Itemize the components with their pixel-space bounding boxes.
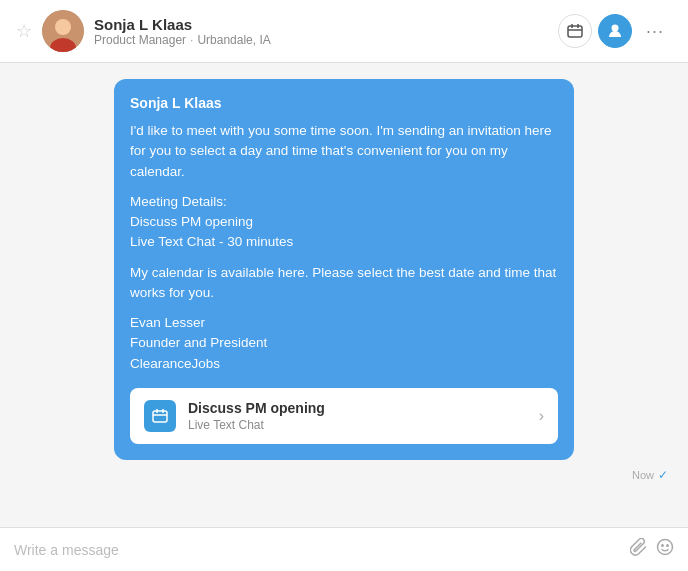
header-info: Sonja L Klaas Product Manager · Urbandal… (94, 16, 558, 47)
message-bubble: Sonja L Klaas I'd like to meet with you … (114, 79, 574, 460)
meeting-card-title: Discuss PM opening (188, 400, 539, 416)
svg-rect-8 (153, 411, 167, 422)
meeting-detail-line2: Live Text Chat - 30 minutes (130, 234, 293, 249)
attachment-icon[interactable] (630, 538, 648, 561)
person-icon (607, 23, 623, 39)
chat-area[interactable]: Sonja L Klaas I'd like to meet with you … (0, 63, 688, 527)
svg-point-1 (55, 19, 71, 35)
message-body: I'd like to meet with you some time soon… (130, 121, 558, 374)
meeting-card[interactable]: Discuss PM opening Live Text Chat › (130, 388, 558, 444)
message-para2: Meeting Details: Discuss PM opening Live… (130, 192, 558, 253)
dot-separator: · (190, 33, 193, 47)
timestamp-label: Now (632, 469, 654, 481)
input-actions (630, 538, 674, 561)
message-input[interactable] (14, 542, 630, 558)
emoji-icon[interactable] (656, 538, 674, 561)
calendar-icon (567, 23, 583, 39)
calendar-button[interactable] (558, 14, 592, 48)
meeting-icon (152, 408, 168, 424)
contact-location: Urbandale, IA (197, 33, 270, 47)
person-button[interactable] (598, 14, 632, 48)
message-para1: I'd like to meet with you some time soon… (130, 121, 558, 182)
more-dots: ··· (646, 21, 664, 42)
svg-point-13 (662, 545, 664, 547)
contact-subtitle: Product Manager · Urbandale, IA (94, 33, 558, 47)
input-area (0, 527, 688, 571)
message-para4: Evan Lesser Founder and President Cleara… (130, 313, 558, 374)
meeting-detail-line1: Discuss PM opening (130, 214, 253, 229)
meeting-card-icon (144, 400, 176, 432)
meeting-details-label: Meeting Details: (130, 194, 227, 209)
chevron-right-icon: › (539, 407, 544, 425)
message-para3: My calendar is available here. Please se… (130, 263, 558, 304)
contact-title: Product Manager (94, 33, 186, 47)
meeting-card-subtitle: Live Text Chat (188, 418, 539, 432)
svg-point-12 (658, 540, 673, 555)
svg-point-7 (612, 25, 619, 32)
svg-point-14 (667, 545, 669, 547)
message-sender: Sonja L Klaas (130, 95, 558, 111)
svg-rect-3 (568, 26, 582, 37)
contact-name: Sonja L Klaas (94, 16, 558, 33)
header-actions: ··· (558, 14, 672, 48)
chat-header: ☆ Sonja L Klaas Product Manager · Urband… (0, 0, 688, 63)
signature-title: Founder and President (130, 335, 267, 350)
more-button[interactable]: ··· (638, 14, 672, 48)
star-icon[interactable]: ☆ (16, 20, 32, 42)
signature-name: Evan Lesser (130, 315, 205, 330)
avatar (42, 10, 84, 52)
read-checkmark-icon: ✓ (658, 468, 668, 482)
timestamp-row: Now ✓ (16, 468, 672, 482)
signature-company: ClearanceJobs (130, 356, 220, 371)
meeting-card-info: Discuss PM opening Live Text Chat (188, 400, 539, 432)
